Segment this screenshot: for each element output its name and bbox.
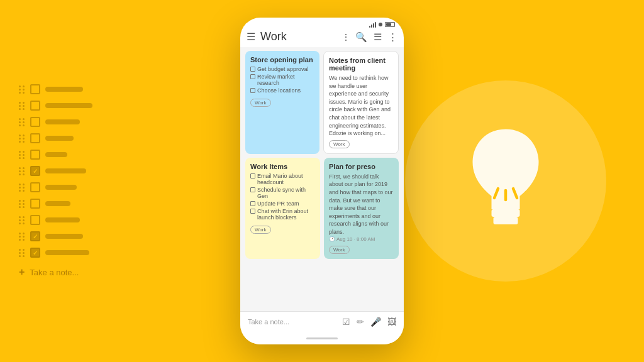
drag-handle — [19, 249, 25, 257]
check-item: Schedule sync with Gen — [250, 187, 315, 199]
drag-handle — [19, 134, 25, 143]
bottom-bar: Take a note... ☑ ✏ 🎤 🖼 — [240, 311, 404, 332]
checkbox-9[interactable] — [30, 215, 40, 225]
list-bar — [45, 234, 83, 239]
list-row-8 — [19, 199, 92, 209]
add-icon: + — [19, 266, 25, 278]
checkbox-7[interactable] — [30, 182, 40, 192]
check-item: Choose locations — [250, 87, 314, 94]
note-body: We need to rethink how we handle user ex… — [329, 74, 393, 138]
note-tag[interactable]: Work — [250, 99, 271, 107]
checkbox-8[interactable] — [30, 199, 40, 209]
app-header: ☰ Work ⋮ 🔍 ☰ ⋮ — [240, 28, 404, 47]
list-row-1 — [19, 84, 92, 94]
checkbox-1[interactable] — [30, 84, 40, 94]
notes-area: Store opening plan Get budget approval R… — [240, 47, 404, 311]
list-row-3 — [19, 117, 92, 127]
note-title: Notes from client meeting — [329, 57, 393, 72]
left-checklist: + Take a note... — [19, 84, 92, 278]
list-row-9 — [19, 215, 92, 225]
more-dots-icon[interactable]: ⋮ — [341, 32, 350, 42]
lightbulb-circle — [405, 80, 606, 282]
list-row-11 — [19, 248, 92, 258]
checkbox-4[interactable] — [30, 133, 40, 143]
note-title: Work Items — [250, 163, 315, 170]
list-row-2 — [19, 101, 92, 111]
svg-rect-0 — [492, 209, 520, 217]
mic-icon[interactable]: 🎤 — [370, 317, 381, 327]
note-body: First, we should talk about our plan for… — [329, 173, 394, 236]
drag-handle — [19, 167, 25, 175]
signal-icon — [369, 21, 376, 28]
drag-handle — [19, 216, 25, 224]
check-box — [250, 209, 255, 214]
battery-icon — [385, 22, 395, 27]
checkbox-3[interactable] — [30, 117, 40, 127]
overflow-menu-icon[interactable]: ⋮ — [388, 31, 397, 43]
notes-row-1: Store opening plan Get budget approval R… — [245, 51, 399, 154]
note-tag[interactable]: Work — [329, 140, 350, 148]
home-indicator — [306, 337, 338, 339]
checkbox-6[interactable] — [30, 166, 40, 176]
drag-handle — [19, 118, 25, 126]
note-title: Plan for preso — [329, 163, 394, 170]
check-box — [250, 67, 255, 72]
bottom-icons: ☑ ✏ 🎤 🖼 — [342, 317, 396, 327]
list-bar — [45, 201, 70, 206]
drag-handle — [19, 85, 25, 94]
list-row-10 — [19, 231, 92, 241]
note-tag[interactable]: Work — [250, 226, 271, 234]
draw-icon[interactable]: ✏ — [357, 317, 364, 327]
check-box — [250, 74, 255, 79]
view-toggle-icon[interactable]: ☰ — [374, 31, 382, 43]
check-box — [250, 173, 255, 178]
list-row-6 — [19, 166, 92, 176]
note-client-meeting[interactable]: Notes from client meeting We need to ret… — [323, 51, 399, 154]
image-icon[interactable]: 🖼 — [387, 317, 396, 327]
take-note-placeholder[interactable]: Take a note... — [248, 318, 342, 326]
check-box — [250, 201, 255, 206]
check-box — [250, 187, 255, 192]
checkbox-2[interactable] — [30, 101, 40, 111]
list-bar — [45, 217, 80, 222]
checkbox-10[interactable] — [30, 231, 40, 241]
list-bar — [45, 185, 77, 190]
note-date: 🕐 Aug 10 · 8:00 AM — [329, 236, 394, 242]
phone: ☰ Work ⋮ 🔍 ☰ ⋮ Store opening plan Get bu… — [240, 18, 404, 344]
checkbox-5[interactable] — [30, 150, 40, 160]
list-row-5 — [19, 150, 92, 160]
check-item: Review market research — [250, 74, 314, 86]
status-bar — [240, 18, 404, 28]
lightbulb-icon — [455, 124, 556, 238]
app-title: Work — [260, 30, 336, 43]
check-box — [250, 88, 255, 93]
header-icons: 🔍 ☰ ⋮ — [355, 31, 397, 43]
notes-row-2: Work Items Email Mario about headcount S… — [245, 158, 399, 259]
clock-icon: 🕐 — [329, 236, 335, 242]
checkbox-11[interactable] — [30, 248, 40, 258]
drag-handle — [19, 200, 25, 208]
check-item: Chat with Erin about launch blockers — [250, 208, 315, 221]
note-store-opening[interactable]: Store opening plan Get budget approval R… — [245, 51, 319, 154]
note-title: Store opening plan — [250, 56, 314, 63]
list-row-7 — [19, 182, 92, 192]
note-work-items[interactable]: Work Items Email Mario about headcount S… — [245, 158, 320, 259]
wifi-icon — [379, 23, 382, 26]
list-bar — [45, 152, 67, 157]
checklist-icon[interactable]: ☑ — [342, 317, 350, 327]
drag-handle — [19, 233, 25, 241]
check-item: Update PR team — [250, 200, 315, 207]
note-checklist: Get budget approval Review market resear… — [250, 66, 314, 94]
add-item-row[interactable]: + Take a note... — [19, 266, 92, 278]
search-icon[interactable]: 🔍 — [355, 31, 367, 43]
note-tag[interactable]: Work — [329, 246, 350, 254]
list-bar — [45, 168, 86, 173]
drag-handle — [19, 151, 25, 159]
svg-rect-1 — [494, 217, 518, 224]
drag-handle — [19, 102, 25, 110]
note-plan-preso[interactable]: Plan for preso First, we should talk abo… — [324, 158, 399, 259]
menu-icon[interactable]: ☰ — [247, 31, 255, 43]
drag-handle — [19, 184, 25, 192]
list-bar — [45, 103, 92, 108]
check-item: Get budget approval — [250, 66, 314, 72]
